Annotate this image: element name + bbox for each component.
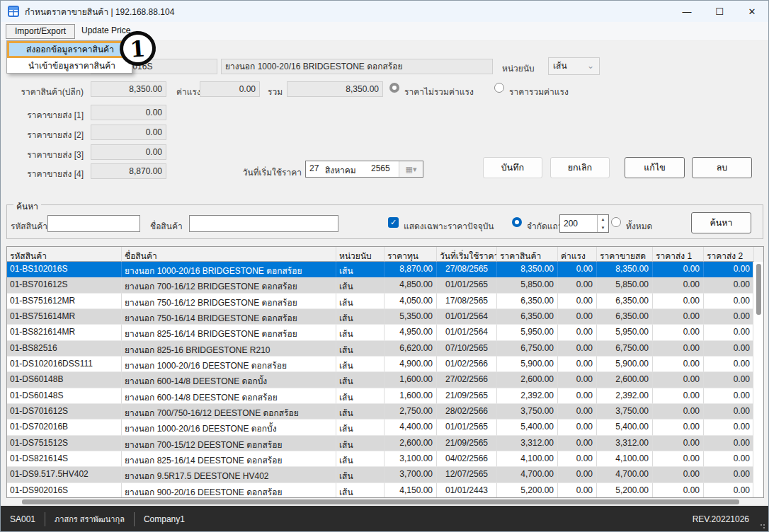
table-cell: 01/01/2564 xyxy=(437,309,497,325)
table-cell: 0.00 xyxy=(653,325,704,340)
table-cell: 2,600.00 xyxy=(384,436,437,451)
search-code-label: รหัสสินค้า xyxy=(11,219,47,233)
table-cell: 0.00 xyxy=(653,262,704,277)
row-limit-stepper[interactable]: 200 ▲▼ xyxy=(559,214,609,233)
table-cell: 0.00 xyxy=(558,467,597,482)
column-header-8[interactable]: ราคาส่ง 1 xyxy=(653,247,704,262)
cancel-button[interactable]: ยกเลิก xyxy=(550,157,610,178)
table-row[interactable]: 01-DS60148Sยางนอก 600-14/8 DEESTONE ดอกส… xyxy=(7,388,763,404)
table-row[interactable]: 01-DS102016DSS111ยางนอก 1000-20/16 DEEST… xyxy=(7,357,763,372)
table-cell: 6,750.00 xyxy=(597,341,653,357)
menu-import-export[interactable]: Import/Export xyxy=(6,24,75,39)
table-row[interactable]: 01-DS751512Sยางนอก 700-15/12 DEESTONE ดอ… xyxy=(7,436,763,451)
table-cell: 01-DS102016DSS111 xyxy=(7,357,122,372)
radio-limit-rows[interactable] xyxy=(512,217,522,227)
menu-item-import-prices[interactable]: นำเข้าข้อมูลราคาสินค้า xyxy=(7,59,133,74)
titlebar: กำหนดราคาขายสินค้า | 192.168.88.104 — ☐ … xyxy=(1,1,768,22)
column-header-0[interactable]: รหัสสินค้า xyxy=(7,247,122,262)
status-user-code: SA001 xyxy=(1,514,45,524)
table-row[interactable]: 01-DS9.517.5HV402ยางนอก 9.5R17.5 DEESTON… xyxy=(7,467,763,482)
horizontal-scrollbar-thumb[interactable] xyxy=(22,499,739,504)
table-vertical-scrollbar[interactable] xyxy=(753,262,763,497)
date-month: สิงหาคม xyxy=(325,163,356,177)
search-code-input[interactable] xyxy=(47,215,140,232)
table-cell: 28/02/2566 xyxy=(437,404,497,420)
table-cell: 1,600.00 xyxy=(384,372,437,388)
table-cell: 0.00 xyxy=(653,309,704,325)
effective-date-picker[interactable]: 27 สิงหาคม 2565 ▦▾ xyxy=(305,161,423,178)
maximize-button[interactable]: ☐ xyxy=(703,1,736,22)
table-cell: 21/09/2565 xyxy=(437,388,497,404)
table-row[interactable]: 01-DS902016Sยางนอก 900-20/16 DEESTONE ดอ… xyxy=(7,483,763,498)
table-cell: ยางนอก 825-16 BRIDGESTONE R210 xyxy=(122,341,336,357)
table-cell: 4,700.00 xyxy=(497,467,558,482)
table-cell: 3,312.00 xyxy=(497,436,558,451)
search-button[interactable]: ค้นหา xyxy=(691,212,751,233)
table-cell: 27/08/2565 xyxy=(437,262,497,277)
column-header-5[interactable]: ราคาสินค้า xyxy=(497,247,558,262)
table-cell: 3,100.00 xyxy=(384,451,437,467)
table-cell: 01-DS60148S xyxy=(7,388,122,404)
radio-price-excl-labor-label: ราคาไม่รวมค่าแรง xyxy=(404,85,474,98)
column-header-7[interactable]: ราคาขายสด xyxy=(597,247,653,262)
table-cell: 4,900.00 xyxy=(384,357,437,372)
table-row[interactable]: 01-DS702016Bยางนอก 1000-20/16 DEESTONE ด… xyxy=(7,420,763,435)
radio-price-incl-labor[interactable] xyxy=(494,83,504,93)
table-cell: เส้น xyxy=(336,388,384,404)
table-row[interactable]: 01-BS701612Sยางนอก 700-16/12 BRIDGESTONE… xyxy=(7,277,763,293)
radio-all-rows[interactable] xyxy=(611,217,621,227)
table-cell: เส้น xyxy=(336,436,384,451)
table-cell: 0.00 xyxy=(558,372,597,388)
table-row[interactable]: 01-DS821614Sยางนอก 825-16/14 DEESTONE ดอ… xyxy=(7,451,763,467)
column-header-4[interactable]: วันที่เริ่มใช้ราคา xyxy=(437,247,497,262)
table-row[interactable]: 01-BS82516ยางนอก 825-16 BRIDGESTONE R210… xyxy=(7,341,763,357)
stepper-up-icon[interactable]: ▲ xyxy=(598,215,608,224)
table-row[interactable]: 01-DS701612Sยางนอก 700/750-16/12 DEESTON… xyxy=(7,404,763,420)
delete-button[interactable]: ลบ xyxy=(692,157,752,178)
menu-item-export-prices[interactable]: ส่งออกข้อมูลราคาสินค้า xyxy=(7,41,133,58)
save-button[interactable]: บันทึก xyxy=(483,157,542,178)
app-grid-icon xyxy=(8,6,19,17)
table-row[interactable]: 01-BS821614MRยางนอก 825-16/14 BRIDGESTON… xyxy=(7,325,763,340)
table-cell: ยางนอก 700-15/12 DEESTONE ดอกสร้อย xyxy=(122,436,336,451)
table-cell: 5,400.00 xyxy=(597,420,653,435)
labor-field: 0.00 xyxy=(200,81,260,97)
vertical-scrollbar-thumb[interactable] xyxy=(756,264,761,315)
unit-combobox[interactable]: เส้น ⌄ xyxy=(548,57,600,75)
table-cell: 0.00 xyxy=(704,467,754,482)
table-cell: 2,392.00 xyxy=(597,388,653,404)
table-cell: 0.00 xyxy=(653,357,704,372)
radio-price-excl-labor[interactable] xyxy=(389,83,399,93)
table-row[interactable]: 01-DS60148Bยางนอก 600-14/8 DEESTONE ดอกบ… xyxy=(7,372,763,388)
edit-button[interactable]: แก้ไข xyxy=(625,157,685,178)
search-name-input[interactable] xyxy=(189,215,338,232)
table-row[interactable]: 01-BS751614MRยางนอก 750-16/14 BRIDGESTON… xyxy=(7,309,763,325)
product-name-field: ยางนอก 1000-20/16 BRIDGESTONE ดอกสร้อย xyxy=(221,59,493,74)
table-row[interactable]: 01-BS751612MRยางนอก 750-16/12 BRIDGESTON… xyxy=(7,294,763,309)
resize-grip[interactable] xyxy=(760,524,767,531)
calendar-dropdown-icon[interactable]: ▦▾ xyxy=(399,161,423,177)
table-horizontal-scrollbar[interactable] xyxy=(6,498,764,506)
stepper-arrows[interactable]: ▲▼ xyxy=(597,215,608,232)
labor-label: ค่าแรง xyxy=(176,85,201,98)
column-header-3[interactable]: ราคาทุน xyxy=(384,247,437,262)
table-cell: 0.00 xyxy=(653,404,704,420)
table-cell: 6,350.00 xyxy=(597,309,653,325)
table-cell: 0.00 xyxy=(704,451,754,467)
table-cell: 5,950.00 xyxy=(597,325,653,340)
current-price-only-checkbox[interactable]: ✓ xyxy=(388,217,399,228)
column-header-9[interactable]: ราคาส่ง 2 xyxy=(704,247,754,262)
minimize-button[interactable]: — xyxy=(671,1,703,22)
radio-price-incl-labor-label: ราคารวมค่าแรง xyxy=(509,85,569,98)
table-cell: 2,392.00 xyxy=(497,388,558,404)
table-cell: 0.00 xyxy=(704,372,754,388)
table-row[interactable]: 01-BS102016Sยางนอก 1000-20/16 BRIDGESTON… xyxy=(7,262,763,277)
stepper-down-icon[interactable]: ▼ xyxy=(598,224,608,232)
column-header-6[interactable]: ค่าแรง xyxy=(558,247,597,262)
column-header-2[interactable]: หน่วยนับ xyxy=(336,247,384,262)
table-cell: 0.00 xyxy=(704,325,754,340)
column-header-1[interactable]: ชื่อสินค้า xyxy=(122,247,336,262)
minimize-icon: — xyxy=(683,6,692,17)
close-button[interactable]: ✕ xyxy=(736,1,768,22)
retail-price-label: ราคาสินค้า(ปลีก) xyxy=(1,85,84,98)
